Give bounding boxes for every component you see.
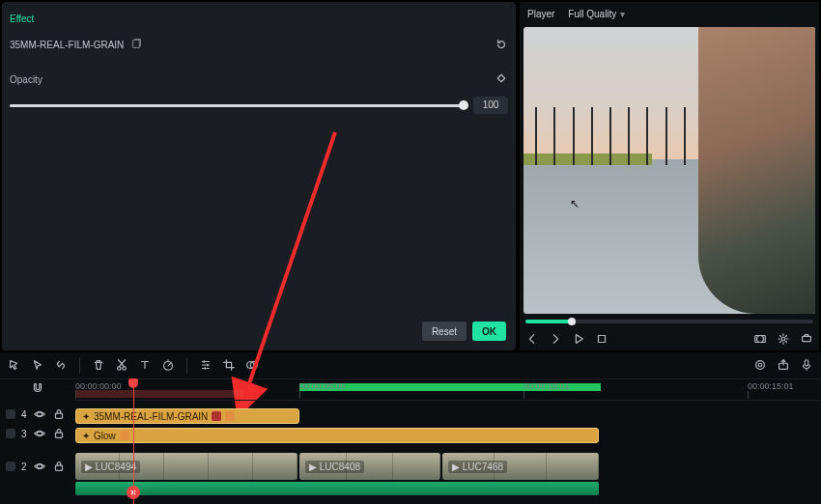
svg-rect-7 bbox=[803, 336, 811, 341]
track-headers: 4 3 2 bbox=[0, 379, 75, 504]
ruler-label: 00:00:05:00 bbox=[299, 381, 346, 391]
snapshot-button[interactable] bbox=[753, 332, 767, 346]
effect-panel: Effect 35MM-REAL-FILM-GRAIN Opacity bbox=[2, 2, 516, 350]
prev-frame-button[interactable] bbox=[525, 332, 539, 346]
clip-glow[interactable]: ✦ Glow bbox=[75, 428, 599, 443]
in-out-range bbox=[75, 390, 243, 398]
face-badge-icon bbox=[225, 411, 235, 421]
record-button-icon[interactable] bbox=[753, 358, 767, 374]
link-tool-icon[interactable] bbox=[54, 358, 68, 374]
tab-effect[interactable]: Effect bbox=[10, 14, 34, 24]
fx-track-2[interactable]: ✦ Glow bbox=[75, 426, 821, 445]
track-number: 3 bbox=[21, 429, 27, 439]
text-tool-icon[interactable] bbox=[138, 358, 152, 374]
visibility-icon[interactable] bbox=[33, 460, 46, 473]
timeline-area: 4 3 2 bbox=[0, 352, 821, 504]
mic-button-icon[interactable] bbox=[800, 358, 813, 374]
delete-tool-icon[interactable] bbox=[92, 358, 105, 374]
play-button[interactable] bbox=[572, 332, 585, 346]
mask-tool-icon[interactable] bbox=[245, 358, 259, 374]
visibility-icon[interactable] bbox=[33, 407, 46, 421]
clip-video-3[interactable]: ▶ LUC7468 bbox=[442, 453, 599, 480]
cut-tool-icon[interactable] bbox=[115, 358, 128, 374]
lock-icon[interactable] bbox=[52, 427, 66, 440]
visibility-icon[interactable] bbox=[33, 427, 46, 440]
svg-rect-16 bbox=[805, 359, 808, 365]
ruler-label: 00:00:00:00 bbox=[75, 381, 122, 391]
clip-video-1[interactable]: ▶ LUC8494 bbox=[75, 453, 297, 480]
svg-rect-22 bbox=[55, 465, 62, 470]
selection-tool-icon[interactable] bbox=[8, 358, 21, 374]
audio-waveform[interactable] bbox=[75, 482, 599, 495]
svg-point-13 bbox=[756, 360, 765, 369]
opacity-slider[interactable] bbox=[10, 104, 464, 107]
settings-icon[interactable] bbox=[777, 332, 790, 346]
track-head-4[interactable]: 4 bbox=[0, 405, 75, 424]
keyframe-icon[interactable] bbox=[495, 71, 508, 87]
player-progress[interactable] bbox=[525, 320, 813, 323]
svg-point-14 bbox=[758, 363, 762, 367]
adjust-tool-icon[interactable] bbox=[199, 358, 212, 374]
svg-rect-1 bbox=[497, 74, 504, 81]
track-head-3[interactable]: 3 bbox=[0, 424, 75, 443]
pointer-tool-icon[interactable] bbox=[31, 358, 44, 374]
fx-icon: ✦ bbox=[82, 411, 90, 422]
clip-label: LUC7468 bbox=[463, 462, 503, 472]
svg-rect-18 bbox=[55, 413, 62, 418]
timeline-ruler[interactable]: 00:00:00:0000:00:05:0000:00:10:0100:00:1… bbox=[75, 379, 821, 401]
clip-label: 35MM-REAL-FILM-GRAIN bbox=[94, 411, 208, 422]
playhead[interactable] bbox=[133, 379, 134, 504]
deliver-icon[interactable] bbox=[800, 332, 813, 346]
next-frame-button[interactable] bbox=[549, 332, 562, 346]
stop-button[interactable] bbox=[595, 332, 609, 346]
clip-label: LUC8408 bbox=[320, 462, 360, 472]
player-panel: Player Full Quality▾ ↖ bbox=[520, 2, 819, 350]
ok-button[interactable]: OK bbox=[472, 322, 506, 341]
preview-viewport[interactable]: ↖ bbox=[524, 27, 815, 314]
copy-icon[interactable] bbox=[129, 37, 143, 52]
clip-label: LUC8494 bbox=[96, 462, 136, 472]
reset-button[interactable]: Reset bbox=[422, 322, 467, 341]
opacity-label: Opacity bbox=[10, 74, 42, 85]
track-number: 4 bbox=[21, 409, 27, 420]
svg-rect-20 bbox=[55, 433, 62, 437]
mouse-cursor: ↖ bbox=[570, 197, 580, 210]
video-track[interactable]: ▶ LUC8494 ▶ LUC8408 ▶ LUC7468 bbox=[75, 451, 821, 486]
ruler-label: 00:00:10:01 bbox=[524, 381, 570, 391]
lock-icon[interactable] bbox=[52, 407, 66, 421]
clip-label: Glow bbox=[94, 431, 116, 441]
magnet-snap-icon[interactable] bbox=[31, 381, 44, 397]
timeline-toolbar bbox=[0, 352, 821, 379]
ruler-label: 00:00:15:01 bbox=[748, 381, 794, 391]
timeline-body[interactable]: 00:00:00:0000:00:05:0000:00:10:0100:00:1… bbox=[75, 379, 821, 504]
track-head-2[interactable]: 2 bbox=[0, 449, 75, 484]
track-number: 2 bbox=[21, 462, 27, 472]
player-title: Player bbox=[527, 9, 554, 19]
glow-badge-icon bbox=[120, 431, 129, 440]
clip-film-grain[interactable]: ✦ 35MM-REAL-FILM-GRAIN bbox=[75, 408, 299, 424]
speed-tool-icon[interactable] bbox=[161, 358, 175, 374]
crop-tool-icon[interactable] bbox=[222, 358, 236, 374]
svg-point-4 bbox=[757, 336, 764, 343]
opacity-value[interactable]: 100 bbox=[473, 97, 508, 114]
svg-rect-3 bbox=[599, 336, 606, 343]
panel-reset-icon[interactable] bbox=[495, 38, 508, 51]
fx-track-1[interactable]: ✦ 35MM-REAL-FILM-GRAIN bbox=[75, 406, 821, 426]
grain-badge-icon bbox=[212, 411, 221, 421]
svg-rect-0 bbox=[133, 41, 140, 48]
quality-dropdown[interactable]: Full Quality▾ bbox=[568, 9, 625, 19]
svg-point-6 bbox=[781, 337, 785, 341]
fx-icon: ✦ bbox=[82, 431, 90, 441]
preview-image bbox=[524, 27, 815, 314]
clip-video-2[interactable]: ▶ LUC8408 bbox=[299, 453, 440, 480]
export-button-icon[interactable] bbox=[777, 358, 790, 374]
lock-icon[interactable] bbox=[52, 460, 66, 473]
effect-name: 35MM-REAL-FILM-GRAIN bbox=[10, 40, 124, 50]
